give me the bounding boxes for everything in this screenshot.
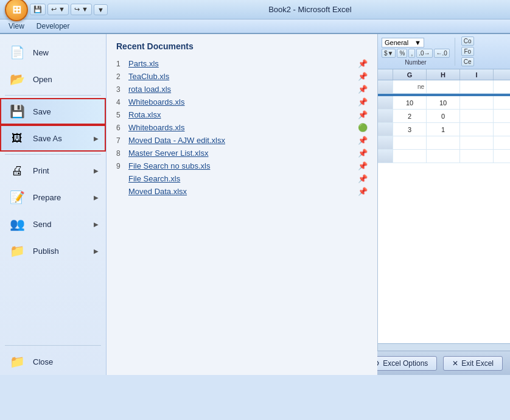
quick-dropdown-button[interactable]: ▼ bbox=[94, 4, 108, 15]
ribbon-developer[interactable]: Developer bbox=[30, 21, 76, 32]
pin-icon-9[interactable]: 📌 bbox=[358, 161, 368, 170]
cell-h5[interactable] bbox=[427, 150, 460, 163]
recent-docs-header: Recent Documents bbox=[116, 41, 368, 51]
for-button[interactable]: Fo bbox=[461, 47, 474, 56]
recent-item-4[interactable]: 4 Whiteboards.xls 📌 bbox=[116, 96, 368, 108]
recent-item-8[interactable]: 8 Master Server List.xlsx 📌 bbox=[116, 147, 368, 159]
pin-icon-7[interactable]: 📌 bbox=[358, 136, 368, 145]
recent-name-5[interactable]: Rota.xlsx bbox=[128, 110, 354, 119]
recent-item-2[interactable]: 2 TeaClub.xls 📌 bbox=[116, 70, 368, 83]
menu-item-save-as[interactable]: 🖼 Save As ▶ bbox=[0, 125, 106, 152]
cell-g-label[interactable]: ne bbox=[393, 80, 427, 93]
currency-button[interactable]: $▼ bbox=[382, 49, 396, 58]
recent-name-6[interactable]: Whiteboards.xls bbox=[128, 123, 354, 132]
row-3-num bbox=[378, 123, 393, 136]
recent-item-7[interactable]: 7 Moved Data - AJW edit.xlsx 📌 bbox=[116, 134, 368, 147]
quick-save-button[interactable]: 💾 bbox=[30, 4, 46, 15]
pin-icon-3[interactable]: 📌 bbox=[358, 85, 368, 94]
pin-icon-1[interactable]: 📌 bbox=[358, 59, 368, 68]
decimal-decrease-button[interactable]: ←.0 bbox=[434, 49, 450, 58]
pin-icon-4[interactable]: 📌 bbox=[358, 97, 368, 107]
recent-name-2[interactable]: TeaClub.xls bbox=[128, 72, 354, 81]
number-format-dropdown[interactable]: General ▼ bbox=[382, 38, 424, 47]
recent-num-9: 9 bbox=[116, 162, 125, 170]
cop-button[interactable]: Co bbox=[461, 37, 474, 46]
recent-name-1[interactable]: Parts.xls bbox=[128, 59, 354, 68]
cell-i1[interactable] bbox=[460, 96, 494, 109]
window-title: Book2 - Microsoft Excel bbox=[115, 5, 505, 14]
h-scrollbar[interactable] bbox=[378, 343, 510, 351]
row-5-num bbox=[378, 150, 393, 163]
cell-i5[interactable] bbox=[460, 150, 494, 163]
save-as-icon: 🖼 bbox=[7, 128, 27, 148]
menu-item-send[interactable]: 👥 Send ▶ bbox=[0, 211, 106, 237]
exit-excel-button[interactable]: ✕ Exit Excel bbox=[443, 356, 503, 371]
pin-icon-5[interactable]: 📌 bbox=[358, 110, 368, 119]
cell-h2[interactable]: 0 bbox=[427, 110, 460, 122]
pin-icon-11[interactable]: 📌 bbox=[358, 187, 368, 196]
print-icon: 🖨 bbox=[7, 161, 27, 180]
pin-icon-6[interactable]: 🟢 bbox=[358, 123, 368, 132]
publish-label: Publish bbox=[33, 247, 59, 256]
menu-item-print[interactable]: 🖨 Print ▶ bbox=[0, 157, 106, 184]
cell-h1[interactable]: 10 bbox=[427, 96, 460, 109]
menu-item-publish[interactable]: 📁 Publish ▶ bbox=[0, 237, 106, 264]
cell-g2[interactable]: 2 bbox=[393, 110, 427, 122]
recent-item-1[interactable]: 1 Parts.xls 📌 bbox=[116, 57, 368, 70]
ribbon-view[interactable]: View bbox=[2, 21, 30, 32]
recent-item-10[interactable]: File Search.xls 📌 bbox=[116, 172, 368, 185]
comma-button[interactable]: , bbox=[408, 49, 415, 58]
pin-icon-8[interactable]: 📌 bbox=[358, 149, 368, 158]
recent-num-2: 2 bbox=[116, 72, 125, 81]
cell-g1[interactable]: 10 bbox=[393, 96, 427, 109]
decimal-increase-button[interactable]: .0→ bbox=[416, 49, 432, 58]
col-header-h: H bbox=[427, 69, 460, 80]
cel-button[interactable]: Ce bbox=[461, 57, 474, 66]
recent-name-4[interactable]: Whiteboards.xls bbox=[128, 97, 354, 107]
percent-button[interactable]: % bbox=[397, 49, 407, 58]
row-4-num bbox=[378, 136, 393, 149]
cell-i2[interactable] bbox=[460, 110, 494, 122]
prepare-icon: 📝 bbox=[7, 187, 27, 207]
office-button[interactable]: ⊞ bbox=[5, 0, 28, 21]
recent-num-4: 4 bbox=[116, 98, 125, 107]
open-icon: 📂 bbox=[7, 69, 27, 89]
recent-name-9[interactable]: File Search no subs.xls bbox=[128, 161, 354, 170]
cell-i-label[interactable] bbox=[460, 80, 494, 93]
recent-item-9[interactable]: 9 File Search no subs.xls 📌 bbox=[116, 159, 368, 172]
recent-item-3[interactable]: 3 rota load.xls 📌 bbox=[116, 83, 368, 96]
quick-redo-button[interactable]: ↪ ▼ bbox=[71, 4, 92, 15]
sheet-row-2: 2 0 bbox=[378, 110, 510, 123]
save-label: Save bbox=[33, 107, 51, 116]
cell-g4[interactable] bbox=[393, 136, 427, 149]
recent-item-5[interactable]: 5 Rota.xlsx 📌 bbox=[116, 108, 368, 121]
recent-item-11[interactable]: Moved Data.xlsx 📌 bbox=[116, 185, 368, 198]
pin-icon-2[interactable]: 📌 bbox=[358, 72, 368, 81]
recent-num-7: 7 bbox=[116, 136, 125, 145]
cell-i4[interactable] bbox=[460, 136, 494, 149]
recent-item-6[interactable]: 6 Whiteboards.xls 🟢 bbox=[116, 121, 368, 134]
recent-name-8[interactable]: Master Server List.xlsx bbox=[128, 149, 354, 158]
pin-icon-10[interactable]: 📌 bbox=[358, 174, 368, 183]
menu-item-close[interactable]: 📁 Close bbox=[0, 348, 106, 375]
cell-g5[interactable] bbox=[393, 150, 427, 163]
menu-divider-3 bbox=[5, 345, 101, 346]
recent-name-10[interactable]: File Search.xls bbox=[128, 174, 354, 183]
quick-undo-button[interactable]: ↩ ▼ bbox=[47, 4, 69, 15]
cell-h-label[interactable] bbox=[427, 80, 460, 93]
save-as-arrow: ▶ bbox=[94, 135, 99, 142]
cell-h3[interactable]: 1 bbox=[427, 123, 460, 136]
cell-g3[interactable]: 3 bbox=[393, 123, 427, 136]
recent-name-7[interactable]: Moved Data - AJW edit.xlsx bbox=[128, 136, 354, 145]
menu-item-open[interactable]: 📂 Open bbox=[0, 66, 106, 93]
col-header-i: I bbox=[460, 69, 494, 80]
options-label: Excel Options bbox=[383, 359, 428, 368]
menu-item-prepare[interactable]: 📝 Prepare ▶ bbox=[0, 184, 106, 211]
cell-h4[interactable] bbox=[427, 136, 460, 149]
cell-i3[interactable] bbox=[460, 123, 494, 136]
recent-name-11[interactable]: Moved Data.xlsx bbox=[128, 187, 354, 196]
number-group-label: Number bbox=[382, 59, 450, 66]
menu-item-new[interactable]: 📄 New bbox=[0, 39, 106, 66]
recent-name-3[interactable]: rota load.xls bbox=[128, 85, 354, 94]
menu-item-save[interactable]: 💾 Save bbox=[0, 98, 106, 125]
